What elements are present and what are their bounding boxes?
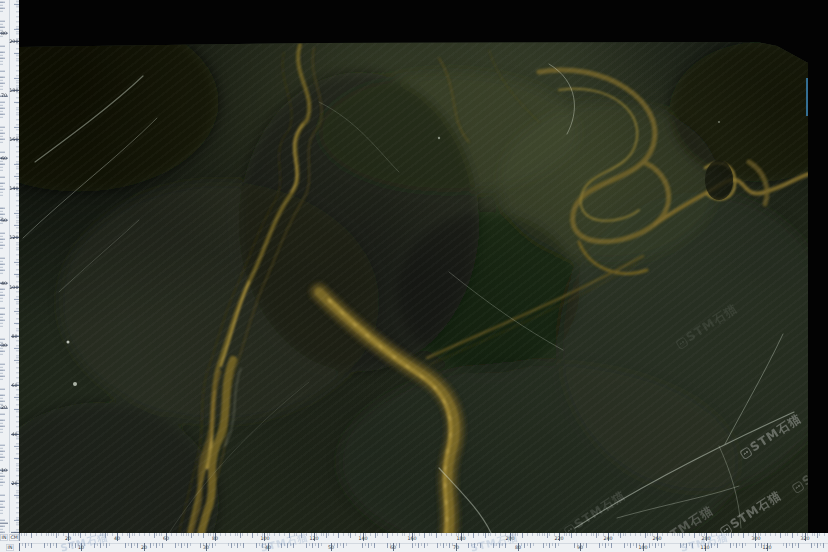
ruler-label: 40 [265, 545, 271, 550]
ruler-corner: IN CM IN [0, 533, 19, 552]
ruler-label: 20 [141, 545, 147, 550]
ruler-label: 70 [1, 93, 7, 98]
slab-edge-highlight [806, 78, 808, 116]
ruler-label: 80 [515, 545, 521, 550]
ruler-label: 260 [653, 535, 662, 540]
ruler-label: 280 [702, 535, 711, 540]
slab-veins-graphic [19, 42, 808, 533]
ruler-label: 240 [604, 535, 613, 540]
ruler-label: 50 [328, 545, 334, 550]
ruler-label: 50 [1, 218, 7, 223]
ruler-label: 30 [203, 545, 209, 550]
ruler-label: 80 [212, 535, 218, 540]
ruler-label: 120 [309, 535, 318, 540]
left-ruler-inch-labels: 1020304050607080 [0, 0, 19, 552]
ruler-label: 60 [163, 535, 169, 540]
slab-image: STM石猫 STM石猫 STM石猫 STM石猫 STM石猫 STM石猫 [19, 42, 808, 533]
ruler-label: 90 [577, 545, 583, 550]
corner-unit-in-row2: IN [6, 544, 14, 551]
ruler-label: 320 [800, 535, 809, 540]
ruler-label: 200 [505, 535, 514, 540]
ruler-label: 20 [65, 535, 71, 540]
bottom-ruler: 2040608010012014016018020022024026028030… [0, 533, 828, 552]
ruler-label: 10 [1, 467, 7, 472]
ruler-label: 300 [751, 535, 760, 540]
ruler-label: 110 [700, 545, 709, 550]
ruler-label: 40 [1, 280, 7, 285]
ruler-label: 80 [1, 31, 7, 36]
ruler-label: 20 [1, 405, 7, 410]
corner-unit-cm: CM [9, 534, 19, 541]
ruler-label: 10 [78, 545, 84, 550]
slab-scan-viewport: STM石猫 STM石猫 STM石猫 STM石猫 STM石猫 STM石猫 2040… [0, 0, 828, 552]
ruler-label: 220 [555, 535, 564, 540]
ruler-label: 30 [1, 343, 7, 348]
ruler-label: 70 [452, 545, 458, 550]
ruler-label: 100 [260, 535, 269, 540]
ruler-label: 60 [1, 155, 7, 160]
ruler-label: 140 [358, 535, 367, 540]
ruler-label: 100 [638, 545, 647, 550]
left-ruler: 20406080100120140160180200 1020304050607… [0, 0, 19, 552]
bottom-ruler-inch-row: 102030405060708090100110120 [0, 543, 828, 552]
ruler-label: 160 [407, 535, 416, 540]
ruler-label: 120 [763, 545, 772, 550]
ruler-label: 180 [456, 535, 465, 540]
ruler-label: 60 [390, 545, 396, 550]
corner-unit-in: IN [0, 534, 8, 541]
ruler-label: 40 [114, 535, 120, 540]
